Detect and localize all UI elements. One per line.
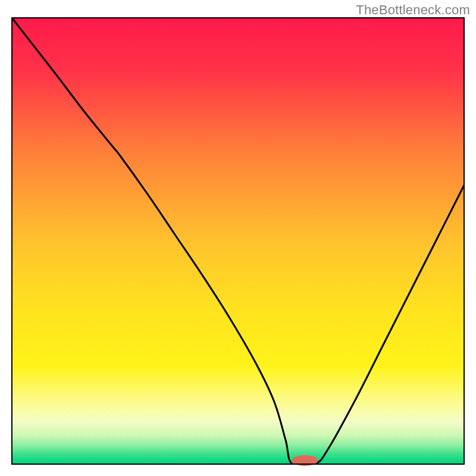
- gradient-background: [12, 18, 464, 464]
- chart-stage: TheBottleneck.com: [0, 0, 476, 476]
- chart-svg: [0, 0, 476, 476]
- watermark-text: TheBottleneck.com: [356, 2, 470, 18]
